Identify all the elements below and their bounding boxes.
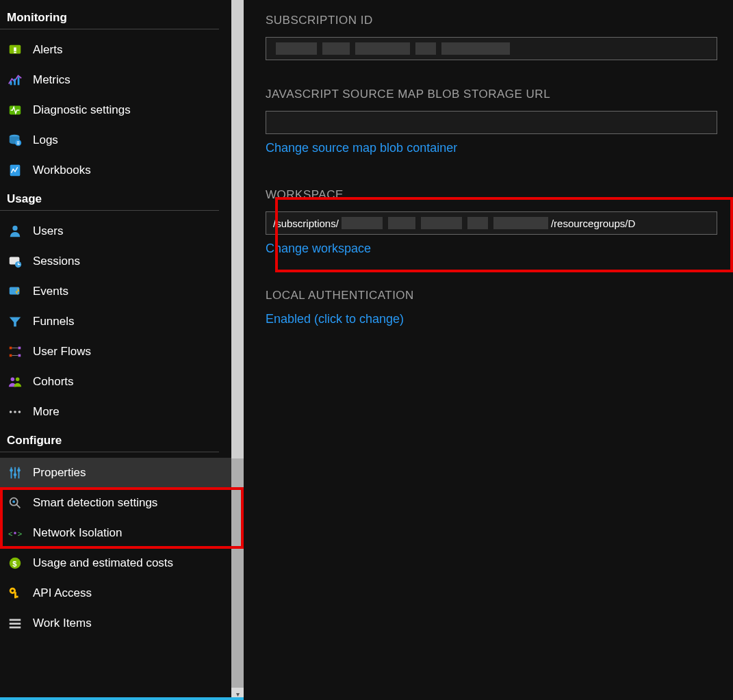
section-usage: Usage [0,192,219,211]
field-sourcemap: JAVASCRIPT SOURCE MAP BLOB STORAGE URL C… [266,88,733,155]
svg-rect-19 [10,354,12,357]
redacted-text [355,42,410,55]
workitems-icon [7,615,23,632]
users-icon [7,223,23,239]
svg-point-29 [17,469,21,472]
sidebar-item-properties[interactable]: Properties [0,458,231,488]
redacted-text [322,42,350,55]
nav-label: Sessions [33,255,80,268]
nav-label: API Access [33,586,92,600]
sidebar-item-more[interactable]: More [0,397,231,427]
svg-point-28 [14,473,17,476]
diagnostic-icon [7,102,23,118]
sidebar-item-alerts[interactable]: Alerts [0,35,231,65]
costs-icon: $ [7,555,23,571]
network-icon: <> [7,525,23,541]
nav-label: Logs [33,133,58,147]
svg-rect-41 [14,596,18,598]
svg-text:<: < [8,530,12,538]
sidebar-item-logs[interactable]: Logs [0,125,231,155]
sidebar-item-cohorts[interactable]: Cohorts [0,367,231,397]
workbooks-icon [7,162,23,179]
localauth-label: LOCAL AUTHENTICATION [266,289,733,302]
sourcemap-value[interactable] [266,111,717,134]
sidebar-item-users[interactable]: Users [0,216,231,246]
sidebar: Monitoring Alerts Metrics Diagnostic set… [0,0,244,700]
smartdetect-icon [7,495,23,511]
sidebar-item-network-isolation[interactable]: <> Network Isolation [0,518,231,548]
svg-rect-9 [17,142,20,142]
nav-label: Metrics [33,73,70,87]
redacted-text [441,42,510,55]
sidebar-item-sessions[interactable]: Sessions [0,246,231,276]
sourcemap-label: JAVASCRIPT SOURCE MAP BLOB STORAGE URL [266,88,733,101]
main-panel: SUBSCRIPTION ID JAVASCRIPT SOURCE MAP BL… [244,0,733,700]
svg-point-12 [12,226,17,231]
svg-point-24 [10,411,12,413]
sidebar-item-smart-detection[interactable]: Smart detection settings [0,488,231,518]
more-icon [7,404,23,420]
sidebar-item-metrics[interactable]: Metrics [0,65,231,95]
userflows-icon [7,343,23,360]
nav-label: User Flows [33,345,91,359]
localauth-link[interactable]: Enabled (click to change) [266,312,733,326]
sidebar-item-work-items[interactable]: Work Items [0,608,231,638]
subscription-id-value[interactable] [266,37,717,60]
sidebar-item-diagnostic[interactable]: Diagnostic settings [0,95,231,125]
redacted-text [421,217,462,229]
events-icon [7,283,23,300]
workspace-suffix: /resourcegroups/D [551,218,635,229]
sidebar-item-userflows[interactable]: User Flows [0,337,231,367]
sidebar-item-usage-costs[interactable]: $ Usage and estimated costs [0,548,231,578]
sidebar-scrollbar[interactable]: ▾ [231,0,244,700]
redacted-text [493,217,548,229]
metrics-icon [7,72,23,88]
workspace-value[interactable]: /subscriptions/ /resourcegroups/D [266,211,717,235]
change-workspace-link[interactable]: Change workspace [266,242,733,256]
redacted-text [276,42,317,55]
svg-rect-18 [10,347,12,350]
svg-point-26 [18,411,21,413]
sidebar-item-events[interactable]: Events [0,276,231,307]
workspace-prefix: /subscriptions/ [273,218,339,229]
svg-rect-42 [10,619,21,621]
sessions-icon [7,253,23,270]
properties-icon [7,465,23,481]
alerts-icon [7,42,23,58]
svg-rect-5 [18,77,20,85]
svg-text:$: $ [12,560,16,568]
field-subscription-id: SUBSCRIPTION ID [266,14,733,60]
svg-point-27 [10,469,13,472]
funnels-icon [7,313,23,330]
svg-rect-1 [14,47,16,51]
nav-label: Workbooks [33,164,91,177]
apikey-icon [7,585,23,601]
nav-label: Alerts [33,43,62,57]
sidebar-item-workbooks[interactable]: Workbooks [0,155,231,185]
footer-accent [0,697,244,700]
svg-point-35 [14,532,16,534]
nav-label: Smart detection settings [33,496,157,510]
sidebar-item-api-access[interactable]: API Access [0,578,231,608]
svg-line-31 [16,504,21,508]
svg-rect-3 [10,81,12,86]
svg-point-22 [11,378,14,382]
logs-icon [7,132,23,148]
workspace-label: WORKSPACE [266,188,733,202]
nav-label: Cohorts [33,375,74,389]
subscription-id-label: SUBSCRIPTION ID [266,14,733,27]
section-monitoring: Monitoring [0,11,219,29]
nav-label: Users [33,224,63,238]
redacted-text [388,217,415,229]
svg-rect-44 [10,627,21,629]
svg-rect-21 [18,354,21,357]
field-localauth: LOCAL AUTHENTICATION Enabled (click to c… [266,289,733,326]
redacted-text [342,217,383,229]
svg-rect-11 [10,165,21,177]
svg-rect-20 [18,347,21,350]
section-configure: Configure [0,434,219,452]
sidebar-item-funnels[interactable]: Funnels [0,307,231,337]
svg-rect-4 [14,79,16,85]
change-sourcemap-link[interactable]: Change source map blob container [266,141,733,155]
svg-text:>: > [18,530,22,538]
